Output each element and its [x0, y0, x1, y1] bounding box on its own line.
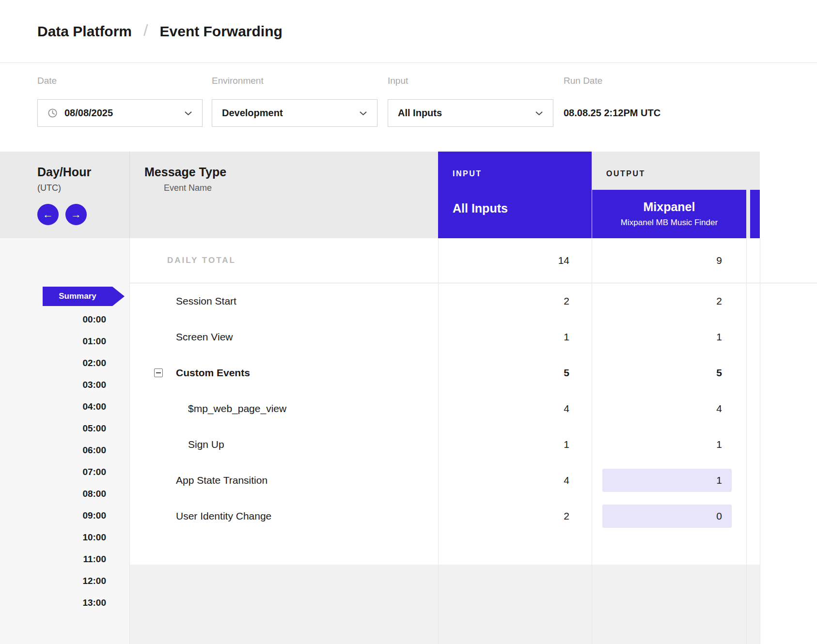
date-dropdown[interactable]: 08/08/2025	[37, 99, 203, 127]
table-row: Sign Up11	[130, 427, 817, 462]
run-date: Run Date 08.08.25 2:12PM UTC	[564, 75, 660, 127]
output-count-cell: 0	[592, 498, 746, 534]
hour-list: 00:0001:0002:0003:0004:0005:0006:0007:00…	[0, 308, 106, 613]
chevron-down-icon	[535, 111, 543, 116]
hour-label[interactable]: 05:00	[0, 417, 106, 439]
event-name: Session Start	[176, 295, 236, 307]
clock-icon	[47, 108, 58, 118]
output-count-cell: 1	[592, 427, 746, 462]
event-name: App State Transition	[176, 475, 267, 486]
event-name: $mp_web_page_view	[188, 403, 286, 414]
table-body: Summary 00:0001:0002:0003:0004:0005:0006…	[0, 238, 817, 644]
breadcrumb-separator: /	[143, 21, 148, 40]
daily-total-output-count: 9	[592, 255, 746, 266]
hour-label[interactable]: 11:00	[0, 548, 106, 570]
event-name-cell: Session Start	[130, 295, 438, 307]
rows-main: DAILY TOTAL 14 9 Session Start22Screen V…	[130, 238, 817, 565]
output-count-cell: 2	[592, 283, 746, 319]
arrow-left-icon: ←	[43, 208, 53, 221]
hour-label[interactable]: 06:00	[0, 439, 106, 461]
input-column-title: All Inputs	[453, 201, 592, 215]
hour-label[interactable]: 04:00	[0, 396, 106, 417]
event-name: User Identity Change	[176, 510, 271, 521]
environment-filter-label: Environment	[212, 75, 377, 87]
hour-label[interactable]: 00:00	[0, 308, 106, 330]
input-column-label: INPUT	[453, 169, 592, 178]
table-row: App State Transition41	[130, 462, 817, 498]
hour-label[interactable]: 13:00	[0, 592, 106, 613]
hour-label[interactable]: 09:00	[0, 505, 106, 526]
output-count: 5	[592, 367, 746, 379]
chevron-down-icon	[359, 111, 367, 116]
mixpanel-column-subtitle: Mixpanel MB Music Finder	[592, 218, 746, 228]
day-hour-subtitle: (UTC)	[37, 183, 129, 193]
input-count: 4	[438, 403, 592, 414]
breadcrumb-event-forwarding: Event Forwarding	[160, 23, 283, 40]
collapse-minus-icon[interactable]	[154, 368, 163, 377]
table-row: $mp_web_page_view44	[130, 391, 817, 427]
page: Data Platform / Event Forwarding Date 08…	[0, 0, 817, 644]
output-count: 1	[592, 331, 746, 343]
output-count-cell: 1	[592, 462, 746, 498]
input-value: All Inputs	[398, 107, 442, 119]
message-type-subtitle: Event Name	[164, 183, 438, 193]
next-output-column-sliver	[750, 190, 760, 238]
breadcrumb-data-platform[interactable]: Data Platform	[37, 23, 132, 40]
output-count-cell: 1	[592, 319, 746, 355]
hour-label[interactable]: 02:00	[0, 352, 106, 374]
input-dropdown[interactable]: All Inputs	[388, 99, 553, 127]
next-day-button[interactable]: →	[65, 204, 87, 225]
table-row: Screen View11	[130, 319, 817, 355]
event-name-cell: Screen View	[130, 331, 438, 343]
event-name: Screen View	[176, 331, 233, 342]
hour-label[interactable]: 08:00	[0, 483, 106, 505]
hour-label[interactable]: 07:00	[0, 461, 106, 483]
output-column-header: OUTPUT Mixpanel Mixpanel MB Music Finder	[592, 152, 760, 238]
hour-label[interactable]: 03:00	[0, 374, 106, 396]
table-rows: Session Start22Screen View11Custom Event…	[130, 283, 817, 534]
input-count: 2	[438, 510, 592, 522]
output-count: 4	[592, 403, 746, 414]
table-row: User Identity Change20	[130, 498, 817, 534]
output-count: 2	[592, 295, 746, 307]
table-row: Custom Events55	[130, 355, 817, 391]
date-value: 08/08/2025	[64, 107, 113, 119]
day-hour-title: Day/Hour	[37, 165, 129, 179]
mixpanel-column-title: Mixpanel	[592, 199, 746, 214]
daily-total-row: DAILY TOTAL 14 9	[130, 238, 817, 283]
environment-dropdown[interactable]: Development	[212, 99, 377, 127]
output-count-cell: 5	[592, 355, 746, 391]
hour-label[interactable]: 12:00	[0, 570, 106, 592]
summary-tab[interactable]: Summary	[43, 287, 112, 306]
date-filter-label: Date	[37, 75, 203, 87]
message-type-header: Message Type Event Name	[130, 152, 438, 238]
table-row: Session Start22	[130, 283, 817, 319]
input-count: 2	[438, 295, 592, 307]
prev-day-button[interactable]: ←	[37, 204, 59, 225]
table-header: Day/Hour (UTC) ← → Message Type Event Na…	[0, 152, 760, 238]
hour-label[interactable]: 10:00	[0, 526, 106, 548]
environment-filter: Environment Development	[212, 75, 377, 127]
hour-label[interactable]: 01:00	[0, 330, 106, 352]
date-filter: Date 08/08/2025	[37, 75, 203, 127]
daily-total-input-count: 14	[438, 255, 592, 266]
input-count: 5	[438, 367, 592, 379]
chevron-down-icon	[184, 111, 192, 116]
event-name-cell: $mp_web_page_view	[130, 403, 438, 414]
output-count-cell: 4	[592, 391, 746, 427]
day-hour-header: Day/Hour (UTC) ← →	[0, 152, 130, 238]
output-count: 1	[602, 469, 732, 492]
mixpanel-column-header: Mixpanel Mixpanel MB Music Finder	[592, 190, 746, 238]
event-name-cell: Sign Up	[130, 439, 438, 450]
daily-total-label: DAILY TOTAL	[130, 256, 438, 265]
input-count: 1	[438, 331, 592, 343]
event-name-cell: User Identity Change	[130, 510, 438, 522]
message-type-title: Message Type	[144, 165, 438, 179]
input-column-header: INPUT All Inputs	[438, 152, 592, 238]
output-column-label: OUTPUT	[606, 169, 645, 178]
input-filter-label: Input	[388, 75, 553, 87]
breadcrumb: Data Platform / Event Forwarding	[0, 0, 817, 63]
empty-area	[130, 565, 760, 644]
event-name-cell: Custom Events	[130, 367, 438, 379]
event-name: Custom Events	[176, 367, 250, 378]
